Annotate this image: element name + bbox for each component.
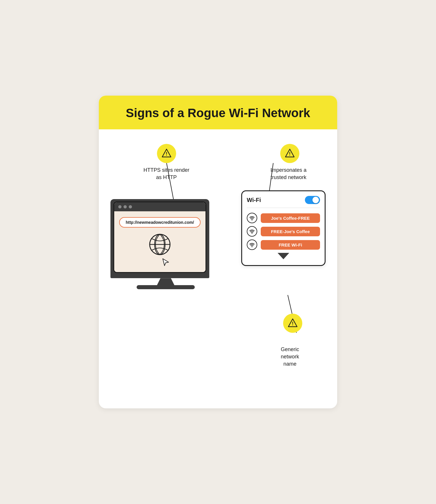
network-item-1[interactable]: Joe's Coffee-FREE bbox=[247, 213, 320, 223]
cursor-icon bbox=[162, 258, 170, 266]
browser-dot-1 bbox=[118, 205, 121, 208]
wifi-panel-header: Wi-Fi bbox=[247, 196, 320, 208]
browser-dot-3 bbox=[129, 205, 132, 208]
browser-titlebar bbox=[114, 202, 206, 211]
https-label: HTTPS sites render as HTTP bbox=[141, 167, 192, 181]
laptop-illustration: http://newmeadowcreditunion.com/ bbox=[110, 199, 221, 289]
wifi-toggle[interactable] bbox=[305, 196, 320, 204]
browser-dot-2 bbox=[124, 205, 127, 208]
browser-window: http://newmeadowcreditunion.com/ bbox=[113, 201, 206, 273]
network-item-3[interactable]: FREE Wi-Fi bbox=[247, 240, 320, 250]
main-content: ! ! HTTPS sites render as HTTP Impersona… bbox=[99, 129, 337, 391]
wifi-signal-icon-2 bbox=[247, 226, 257, 237]
toggle-knob bbox=[312, 197, 319, 203]
svg-text:!: ! bbox=[166, 151, 167, 156]
network-name-2: FREE-Joe's Coffee bbox=[261, 227, 320, 236]
svg-point-9 bbox=[252, 233, 253, 234]
svg-point-8 bbox=[252, 220, 253, 221]
network-name-3: FREE Wi-Fi bbox=[261, 240, 320, 250]
svg-point-10 bbox=[252, 246, 253, 247]
wifi-panel-title: Wi-Fi bbox=[247, 197, 261, 203]
generic-network-label: Genericnetworkname bbox=[265, 346, 315, 368]
network-item-2[interactable]: FREE-Joe's Coffee bbox=[247, 226, 320, 237]
svg-text:!: ! bbox=[292, 321, 293, 326]
globe-icon bbox=[148, 233, 171, 256]
https-warning-badge: ! bbox=[157, 144, 176, 163]
wifi-panel: Wi-Fi Joe's Coffee-FREE bbox=[241, 190, 326, 266]
browser-content: http://newmeadowcreditunion.com/ bbox=[114, 211, 206, 272]
page-title: Signs of a Rogue Wi-Fi Network bbox=[110, 106, 326, 120]
laptop-screen-border: http://newmeadowcreditunion.com/ bbox=[110, 199, 209, 273]
impersonates-warning-badge: ! bbox=[280, 144, 299, 163]
url-bar: http://newmeadowcreditunion.com/ bbox=[119, 217, 201, 228]
header-section: Signs of a Rogue Wi-Fi Network bbox=[99, 96, 337, 129]
network-name-1: Joe's Coffee-FREE bbox=[261, 213, 320, 223]
wifi-signal-icon-1 bbox=[247, 213, 257, 223]
svg-text:!: ! bbox=[289, 151, 290, 156]
laptop-foot bbox=[137, 285, 195, 289]
infographic-card: Signs of a Rogue Wi-Fi Network ! ! bbox=[99, 96, 337, 408]
impersonates-label: Impersonates a trusted network bbox=[263, 167, 314, 181]
laptop-stand bbox=[157, 278, 174, 285]
wifi-signal-icon-3 bbox=[247, 240, 257, 250]
generic-warning-badge: ! bbox=[283, 314, 302, 333]
laptop-bottom-bar bbox=[110, 273, 209, 278]
